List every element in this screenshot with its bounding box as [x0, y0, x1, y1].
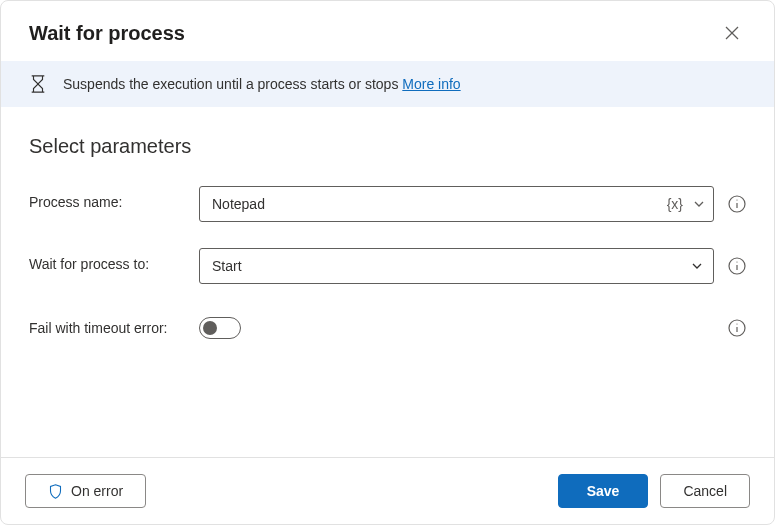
save-button[interactable]: Save: [558, 474, 649, 508]
wait-for-chevron: [691, 260, 703, 272]
dialog-title: Wait for process: [29, 22, 185, 45]
dialog-content: Select parameters Process name: {x}: [1, 107, 774, 457]
fail-timeout-toggle[interactable]: [199, 317, 241, 339]
dialog: Wait for process Suspends the execution …: [0, 0, 775, 525]
info-icon: [728, 195, 746, 213]
wait-for-value: Start: [212, 258, 242, 274]
save-label: Save: [587, 483, 620, 499]
banner-description: Suspends the execution until a process s…: [63, 76, 402, 92]
section-title: Select parameters: [29, 135, 746, 158]
fail-timeout-help-button[interactable]: [728, 319, 746, 337]
process-name-input[interactable]: [212, 196, 665, 212]
toggle-knob: [203, 321, 217, 335]
info-banner-text: Suspends the execution until a process s…: [63, 76, 461, 92]
param-row-wait-for: Wait for process to: Start: [29, 248, 746, 284]
svg-point-6: [736, 199, 737, 200]
close-icon: [725, 26, 739, 40]
wait-for-label: Wait for process to:: [29, 248, 199, 272]
process-name-input-wrapper[interactable]: {x}: [199, 186, 714, 222]
svg-point-9: [736, 261, 737, 262]
param-row-process-name: Process name: {x}: [29, 186, 746, 222]
fail-timeout-label: Fail with timeout error:: [29, 320, 199, 336]
info-banner: Suspends the execution until a process s…: [1, 61, 774, 107]
shield-icon: [48, 484, 63, 499]
cancel-label: Cancel: [683, 483, 727, 499]
param-row-fail-timeout: Fail with timeout error:: [29, 310, 746, 346]
wait-for-select[interactable]: Start: [199, 248, 714, 284]
close-button[interactable]: [718, 19, 746, 47]
process-name-label: Process name:: [29, 186, 199, 210]
info-icon: [728, 319, 746, 337]
on-error-label: On error: [71, 483, 123, 499]
process-name-dropdown-button[interactable]: [693, 198, 705, 210]
insert-variable-button[interactable]: {x}: [665, 196, 685, 212]
dialog-header: Wait for process: [1, 1, 774, 61]
wait-for-help-button[interactable]: [728, 257, 746, 275]
chevron-down-icon: [693, 198, 705, 210]
info-icon: [728, 257, 746, 275]
process-name-help-button[interactable]: [728, 195, 746, 213]
dialog-footer: On error Save Cancel: [1, 457, 774, 524]
chevron-down-icon: [691, 260, 703, 272]
cancel-button[interactable]: Cancel: [660, 474, 750, 508]
on-error-button[interactable]: On error: [25, 474, 146, 508]
more-info-link[interactable]: More info: [402, 76, 460, 92]
svg-point-12: [736, 323, 737, 324]
hourglass-icon: [29, 75, 47, 93]
